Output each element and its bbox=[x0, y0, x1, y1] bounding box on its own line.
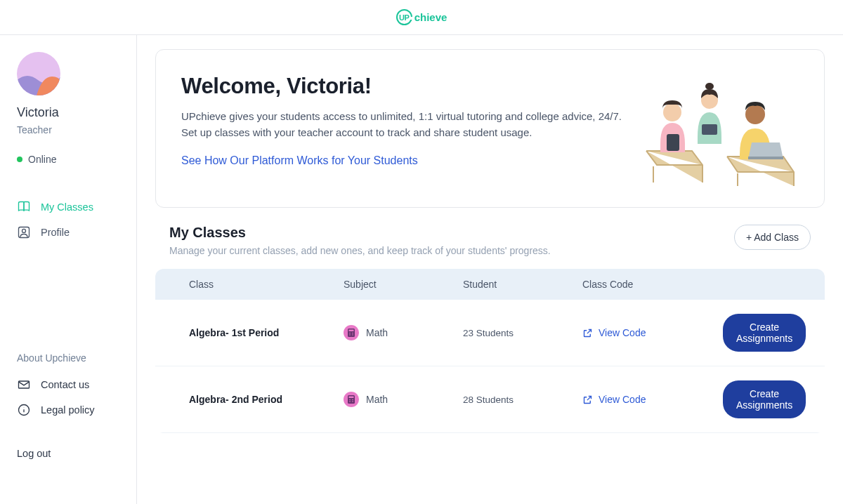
add-class-button[interactable]: + Add Class bbox=[734, 225, 811, 250]
user-role: Teacher bbox=[17, 124, 124, 135]
link-label: Legal policy bbox=[41, 404, 95, 416]
table-row: Algebra- 2nd Period Math 28 Students Vie… bbox=[155, 366, 825, 433]
hero-card: Welcome, Victoria! UPchieve gives your s… bbox=[155, 49, 825, 208]
classes-header: My Classes Manage your current classes, … bbox=[155, 225, 825, 256]
about-heading: About Upchieve bbox=[17, 352, 124, 364]
hero-title: Welcome, Victoria! bbox=[181, 74, 629, 99]
subject-label: Math bbox=[366, 394, 388, 405]
external-link-icon bbox=[582, 394, 593, 405]
create-assignments-button[interactable]: Create Assignments bbox=[723, 380, 806, 418]
subject-cell: Math bbox=[344, 392, 463, 407]
svg-point-18 bbox=[352, 334, 353, 336]
create-assignments-button[interactable]: Create Assignments bbox=[723, 314, 806, 352]
view-code-label: View Code bbox=[599, 327, 646, 338]
topbar: UP chieve bbox=[0, 0, 843, 35]
svg-point-11 bbox=[745, 105, 765, 124]
svg-rect-12 bbox=[748, 157, 783, 159]
info-icon bbox=[17, 403, 31, 417]
nav-my-classes[interactable]: My Classes bbox=[17, 194, 124, 220]
user-name: Victoria bbox=[17, 105, 124, 120]
class-name: Algebra- 2nd Period bbox=[189, 394, 344, 405]
svg-point-21 bbox=[349, 399, 351, 401]
profile-icon bbox=[17, 225, 31, 239]
contact-us-link[interactable]: Contact us bbox=[17, 372, 124, 397]
students-count: 23 Students bbox=[463, 328, 582, 338]
svg-rect-14 bbox=[349, 330, 354, 332]
status-label: Online bbox=[28, 154, 56, 165]
logout-link[interactable]: Log out bbox=[17, 448, 124, 487]
nav-label: My Classes bbox=[41, 201, 93, 213]
link-label: Contact us bbox=[41, 379, 89, 390]
subject-cell: Math bbox=[344, 325, 463, 340]
col-student: Student bbox=[463, 279, 582, 290]
nav: My Classes Profile bbox=[17, 194, 124, 245]
col-subject: Subject bbox=[344, 279, 463, 290]
book-icon bbox=[17, 200, 31, 214]
status-dot-icon bbox=[17, 157, 22, 162]
legal-policy-link[interactable]: Legal policy bbox=[17, 397, 124, 423]
svg-point-17 bbox=[349, 334, 351, 336]
view-code-link[interactable]: View Code bbox=[582, 327, 723, 338]
hero-illustration bbox=[643, 74, 804, 186]
view-code-link[interactable]: View Code bbox=[582, 394, 723, 405]
nav-label: Profile bbox=[41, 227, 70, 238]
logo-text: chieve bbox=[414, 11, 447, 23]
svg-rect-20 bbox=[349, 397, 354, 399]
main: Welcome, Victoria! UPchieve gives your s… bbox=[137, 35, 843, 504]
col-class: Class bbox=[189, 279, 344, 290]
svg-rect-2 bbox=[19, 381, 30, 388]
svg-rect-10 bbox=[702, 124, 717, 135]
svg-rect-7 bbox=[667, 134, 679, 151]
svg-point-22 bbox=[352, 399, 353, 401]
svg-point-16 bbox=[352, 333, 353, 334]
classes-heading: My Classes bbox=[169, 225, 551, 241]
table-row: Algebra- 1st Period Math 23 Students Vie… bbox=[155, 300, 825, 366]
svg-point-9 bbox=[705, 83, 714, 90]
svg-point-24 bbox=[352, 401, 353, 402]
svg-point-23 bbox=[349, 401, 351, 402]
svg-point-6 bbox=[663, 103, 681, 121]
sidebar: Victoria Teacher Online My Classes Prof bbox=[0, 35, 137, 504]
logo[interactable]: UP chieve bbox=[396, 9, 447, 25]
hero-body: UPchieve gives your students access to u… bbox=[181, 109, 629, 140]
table-header: Class Subject Student Class Code bbox=[155, 269, 825, 300]
subject-label: Math bbox=[366, 327, 388, 338]
students-count: 28 Students bbox=[463, 394, 582, 405]
nav-profile[interactable]: Profile bbox=[17, 220, 124, 245]
user-status: Online bbox=[17, 154, 124, 165]
classes-table: Class Subject Student Class Code Algebra… bbox=[155, 269, 825, 433]
svg-point-15 bbox=[349, 333, 351, 334]
svg-point-1 bbox=[22, 229, 26, 232]
hero-link[interactable]: See How Our Platform Works for Your Stud… bbox=[181, 154, 418, 167]
class-name: Algebra- 1st Period bbox=[189, 327, 344, 338]
avatar[interactable] bbox=[17, 52, 60, 95]
classes-subheading: Manage your current classes, add new one… bbox=[169, 245, 551, 256]
col-code: Class Code bbox=[582, 279, 723, 290]
calculator-icon bbox=[344, 325, 359, 340]
mail-icon bbox=[17, 378, 31, 392]
external-link-icon bbox=[582, 328, 593, 338]
logo-badge-icon: UP bbox=[396, 9, 412, 25]
calculator-icon bbox=[344, 392, 359, 407]
view-code-label: View Code bbox=[599, 394, 646, 405]
